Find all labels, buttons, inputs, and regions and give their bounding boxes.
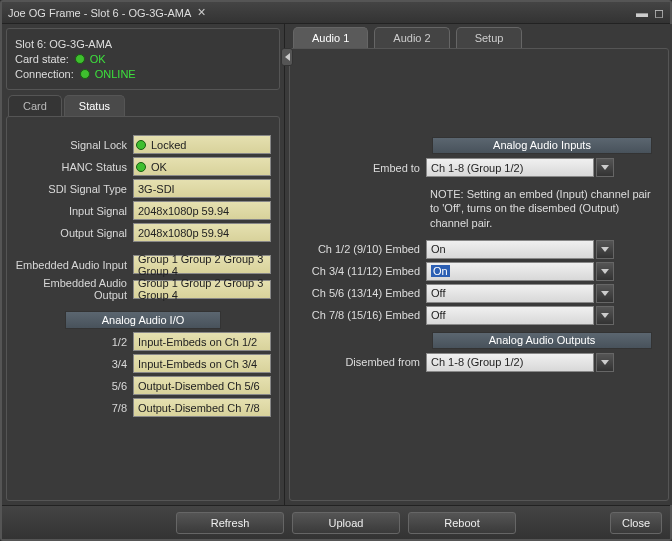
left-panel: Slot 6: OG-3G-AMA Card state: OK Connect… bbox=[2, 24, 285, 505]
audio1-panel: Analog Audio Inputs Embed to Ch 1-8 (Gro… bbox=[289, 48, 669, 501]
maximize-icon[interactable]: ◻ bbox=[654, 6, 664, 20]
ch34-label: 3/4 bbox=[15, 358, 133, 370]
output-signal-field: 2048x1080p 59.94 bbox=[133, 223, 271, 242]
input-signal-label: Input Signal bbox=[15, 205, 133, 217]
ch12-embed-label: Ch 1/2 (9/10) Embed bbox=[306, 243, 426, 255]
ch12-label: 1/2 bbox=[15, 336, 133, 348]
connection-label: Connection: bbox=[15, 68, 74, 80]
tab-audio1[interactable]: Audio 1 bbox=[293, 27, 368, 48]
ch56-embed-select[interactable]: Off bbox=[426, 284, 594, 303]
reboot-button[interactable]: Reboot bbox=[408, 512, 516, 534]
emb-out-field: Group 1 Group 2 Group 3 Group 4 bbox=[133, 280, 271, 299]
tab-setup[interactable]: Setup bbox=[456, 27, 523, 48]
embed-to-select[interactable]: Ch 1-8 (Group 1/2) bbox=[426, 158, 594, 177]
main-window: Joe OG Frame - Slot 6 - OG-3G-AMA × ▬ ◻ … bbox=[0, 0, 672, 541]
ch78-embed-select[interactable]: Off bbox=[426, 306, 594, 325]
ch78-field: Output-Disembed Ch 7/8 bbox=[133, 398, 271, 417]
ch12-field: Input-Embeds on Ch 1/2 bbox=[133, 332, 271, 351]
analog-inputs-header: Analog Audio Inputs bbox=[432, 137, 652, 154]
ch56-embed-label: Ch 5/6 (13/14) Embed bbox=[306, 287, 426, 299]
panel-collapse-icon[interactable] bbox=[281, 48, 293, 66]
embed-note: NOTE: Setting an embed (Input) channel p… bbox=[430, 187, 652, 230]
disembed-from-label: Disembed from bbox=[306, 356, 426, 368]
analog-outputs-header: Analog Audio Outputs bbox=[432, 332, 652, 349]
tab-close-icon[interactable]: × bbox=[197, 6, 211, 20]
content-area: Slot 6: OG-3G-AMA Card state: OK Connect… bbox=[2, 24, 672, 505]
emb-out-label: Embedded Audio Output bbox=[15, 277, 133, 301]
status-dot-icon bbox=[80, 69, 90, 79]
sdi-field: 3G-SDI bbox=[133, 179, 271, 198]
signal-lock-label: Signal Lock bbox=[15, 139, 133, 151]
sdi-label: SDI Signal Type bbox=[15, 183, 133, 195]
ch34-embed-label: Ch 3/4 (11/12) Embed bbox=[306, 265, 426, 277]
disembed-from-select[interactable]: Ch 1-8 (Group 1/2) bbox=[426, 353, 594, 372]
emb-in-field: Group 1 Group 2 Group 3 Group 4 bbox=[133, 255, 271, 274]
status-dot-icon bbox=[136, 162, 146, 172]
signal-lock-field: Locked bbox=[133, 135, 271, 154]
ch78-embed-label: Ch 7/8 (15/16) Embed bbox=[306, 309, 426, 321]
minimize-icon[interactable]: ▬ bbox=[636, 6, 648, 20]
ch34-field: Input-Embeds on Ch 3/4 bbox=[133, 354, 271, 373]
hanc-label: HANC Status bbox=[15, 161, 133, 173]
footer: Refresh Upload Reboot Close bbox=[2, 505, 670, 539]
chevron-down-icon[interactable] bbox=[596, 306, 614, 325]
chevron-down-icon[interactable] bbox=[596, 240, 614, 259]
status-dot-icon bbox=[136, 140, 146, 150]
ch12-embed-select[interactable]: On bbox=[426, 240, 594, 259]
analog-io-header: Analog Audio I/O bbox=[65, 311, 221, 329]
ch56-label: 5/6 bbox=[15, 380, 133, 392]
slot-label: Slot 6: OG-3G-AMA bbox=[15, 38, 112, 50]
ch34-embed-select[interactable]: On bbox=[426, 262, 594, 281]
output-signal-label: Output Signal bbox=[15, 227, 133, 239]
titlebar: Joe OG Frame - Slot 6 - OG-3G-AMA × ▬ ◻ bbox=[2, 2, 670, 24]
right-tabs: Audio 1 Audio 2 Setup bbox=[285, 24, 672, 48]
hanc-field: OK bbox=[133, 157, 271, 176]
embed-to-label: Embed to bbox=[306, 162, 426, 174]
input-signal-field: 2048x1080p 59.94 bbox=[133, 201, 271, 220]
tab-card[interactable]: Card bbox=[8, 95, 62, 116]
chevron-down-icon[interactable] bbox=[596, 284, 614, 303]
card-state-value: OK bbox=[90, 53, 106, 65]
card-state-label: Card state: bbox=[15, 53, 69, 65]
connection-value: ONLINE bbox=[95, 68, 136, 80]
emb-in-label: Embedded Audio Input bbox=[15, 259, 133, 271]
left-tabs: Card Status bbox=[2, 94, 284, 116]
chevron-down-icon[interactable] bbox=[596, 353, 614, 372]
status-dot-icon bbox=[75, 54, 85, 64]
tab-audio2[interactable]: Audio 2 bbox=[374, 27, 449, 48]
close-button[interactable]: Close bbox=[610, 512, 662, 534]
tab-status[interactable]: Status bbox=[64, 95, 125, 116]
status-panel: Signal Lock Locked HANC Status OK SDI Si… bbox=[6, 116, 280, 501]
upload-button[interactable]: Upload bbox=[292, 512, 400, 534]
chevron-down-icon[interactable] bbox=[596, 262, 614, 281]
right-panel: Audio 1 Audio 2 Setup Analog Audio Input… bbox=[285, 24, 672, 505]
ch78-label: 7/8 bbox=[15, 402, 133, 414]
chevron-down-icon[interactable] bbox=[596, 158, 614, 177]
window-title: Joe OG Frame - Slot 6 - OG-3G-AMA bbox=[8, 7, 191, 19]
refresh-button[interactable]: Refresh bbox=[176, 512, 284, 534]
card-info-box: Slot 6: OG-3G-AMA Card state: OK Connect… bbox=[6, 28, 280, 90]
ch56-field: Output-Disembed Ch 5/6 bbox=[133, 376, 271, 395]
